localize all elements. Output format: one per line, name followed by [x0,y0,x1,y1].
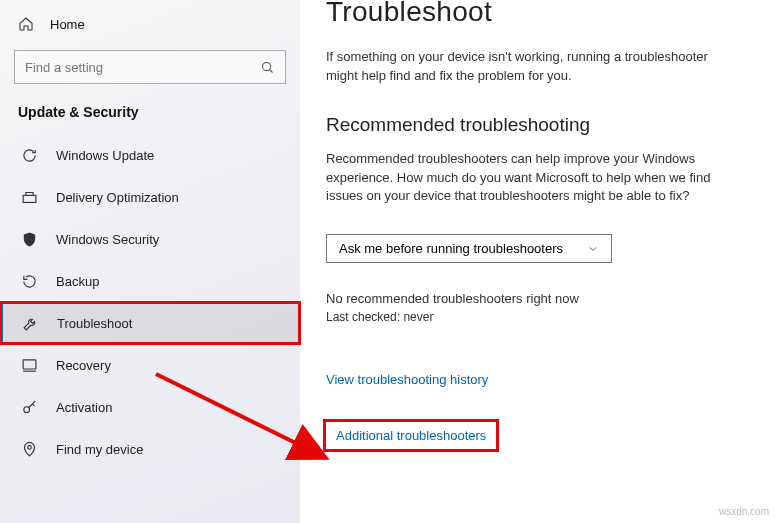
svg-point-0 [262,62,270,70]
sidebar-nav: Windows Update Delivery Optimization Win… [0,134,300,470]
sidebar-item-windows-update[interactable]: Windows Update [0,134,300,176]
home-nav[interactable]: Home [0,6,300,42]
search-icon [249,60,285,75]
svg-line-1 [269,69,272,72]
search-box[interactable] [14,50,286,84]
no-recommended-text: No recommended troubleshooters right now [326,291,749,306]
recovery-icon [20,356,38,374]
sync-icon [20,146,38,164]
additional-troubleshooters-link[interactable]: Additional troubleshooters [326,422,496,449]
home-label: Home [50,17,85,32]
sidebar-item-label: Windows Security [56,232,159,247]
recommended-dropdown[interactable]: Ask me before running troubleshooters [326,234,612,263]
sidebar-item-backup[interactable]: Backup [0,260,300,302]
svg-rect-2 [23,195,36,202]
view-history-link[interactable]: View troubleshooting history [326,372,488,387]
wrench-icon [21,314,39,332]
dropdown-value: Ask me before running troubleshooters [339,241,563,256]
recommended-heading: Recommended troubleshooting [326,114,749,136]
sidebar-item-troubleshoot[interactable]: Troubleshoot [0,302,300,344]
sidebar-item-label: Find my device [56,442,143,457]
key-icon [20,398,38,416]
sidebar-item-recovery[interactable]: Recovery [0,344,300,386]
sidebar-item-activation[interactable]: Activation [0,386,300,428]
chevron-down-icon [587,243,599,255]
sidebar-item-delivery-optimization[interactable]: Delivery Optimization [0,176,300,218]
sidebar-item-label: Activation [56,400,112,415]
watermark: wsxdn.com [719,506,769,517]
sidebar-item-label: Backup [56,274,99,289]
svg-point-6 [27,445,31,449]
sidebar-item-label: Windows Update [56,148,154,163]
page-title: Troubleshoot [326,0,749,28]
delivery-icon [20,188,38,206]
search-input[interactable] [15,60,249,75]
shield-icon [20,230,38,248]
intro-text: If something on your device isn't workin… [326,48,726,86]
location-icon [20,440,38,458]
last-checked-text: Last checked: never [326,310,749,324]
sidebar-item-find-my-device[interactable]: Find my device [0,428,300,470]
content-pane: Troubleshoot If something on your device… [300,0,775,523]
svg-point-5 [23,406,29,412]
sidebar: Home Update & Security Windows Update De… [0,0,300,523]
svg-rect-3 [23,359,36,368]
sidebar-item-label: Troubleshoot [57,316,132,331]
sidebar-item-label: Recovery [56,358,111,373]
sidebar-item-label: Delivery Optimization [56,190,179,205]
search-container [0,42,300,98]
sidebar-item-windows-security[interactable]: Windows Security [0,218,300,260]
section-title: Update & Security [0,98,300,134]
recommended-body: Recommended troubleshooters can help imp… [326,150,726,207]
home-icon [18,16,34,32]
backup-icon [20,272,38,290]
